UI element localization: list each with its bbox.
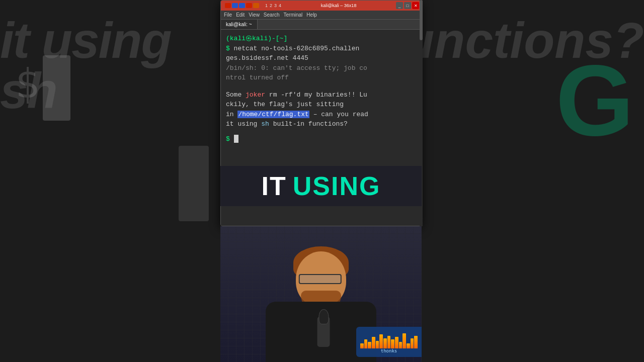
terminal-error-text-1: /bin/sh: 0: can't access tty; job co xyxy=(226,64,367,72)
terminal-msg-3a: in xyxy=(226,111,237,118)
terminal-message-line-4: it using sh built-in functions? xyxy=(226,119,416,129)
terminal-message-line-2: ckily, the flag's just sitting xyxy=(226,100,416,110)
chart-bar xyxy=(376,341,379,348)
presenter-head xyxy=(296,251,346,307)
chart-bar xyxy=(360,343,364,348)
microphone-head xyxy=(318,309,329,324)
bg-green-letter: G xyxy=(555,50,634,151)
terminal-title-text: kali@kali xyxy=(321,3,339,8)
terminal-path-highlight: /home/ctf/flag.txt xyxy=(237,111,309,118)
presenter-silhouette: thonks xyxy=(220,226,422,362)
bg-decoration-rect-2 xyxy=(179,146,209,221)
stream-chart xyxy=(358,331,420,348)
chart-bar xyxy=(364,339,368,348)
overlay-word-2: USING xyxy=(293,171,381,201)
terminal-command-line-2: ges.bsidessf.net 4445 xyxy=(226,53,416,63)
overlay-caption: IT USING xyxy=(220,166,422,206)
terminal-sh-word: sh xyxy=(261,120,269,128)
chart-bar xyxy=(368,342,371,348)
menu-view[interactable]: View xyxy=(249,12,260,18)
scrollbar-thumb[interactable] xyxy=(420,0,423,40)
chart-bar xyxy=(387,336,391,348)
terminal-tab-numbers: 1 2 3 4 xyxy=(265,3,281,8)
terminal-icon-5 xyxy=(253,3,259,8)
terminal-command-line: $ netcat no-tools-628c6895.challen xyxy=(226,44,416,54)
terminal-title-sep: – xyxy=(340,3,344,8)
close-button[interactable]: ✕ xyxy=(412,2,419,9)
tab-num-1: 1 xyxy=(265,3,268,8)
overlay-word-1: IT xyxy=(262,171,287,201)
terminal-icon-3 xyxy=(239,3,245,8)
terminal-msg-1a: Some xyxy=(226,91,246,99)
stream-label: thonks xyxy=(381,348,397,353)
terminal-joker-word: joker xyxy=(246,91,265,99)
chart-bar xyxy=(395,337,398,348)
webcam-area: thonks xyxy=(220,226,422,362)
terminal-error-line-1: /bin/sh: 0: can't access tty; job co xyxy=(226,63,416,73)
menu-search[interactable]: Search xyxy=(264,12,280,18)
bg-dollar-sign: $ xyxy=(15,60,39,107)
terminal-titlebar: 1 2 3 4 kali@kali – 36x18 _ □ ✕ xyxy=(221,1,421,11)
chart-bar xyxy=(379,334,383,348)
chart-bar xyxy=(391,339,394,348)
terminal-cursor xyxy=(234,135,238,143)
stream-stats-overlay: thonks xyxy=(356,327,422,357)
terminal-message-line-1: Some joker rm -rf'd my binaries!! Lu xyxy=(226,90,416,100)
chart-bar xyxy=(411,338,414,348)
terminal-menubar: File Edit View Search Terminal Help xyxy=(221,11,421,20)
terminal-message-line-3: in /home/ctf/flag.txt – can you read xyxy=(226,110,416,120)
chart-bar xyxy=(403,333,406,348)
terminal-error-line-2: ntrol turned off xyxy=(226,73,416,83)
chart-bar xyxy=(407,343,410,348)
menu-terminal[interactable]: Terminal xyxy=(284,12,303,18)
bg-decoration-rect-1 xyxy=(43,55,70,121)
terminal-tab-label: kali@kali: ~ xyxy=(226,22,252,27)
terminal-command-text: netcat no-tools-628c6895.challen xyxy=(234,45,360,52)
microphone-stand xyxy=(317,317,330,347)
chart-bar xyxy=(399,342,403,348)
maximize-button[interactable]: □ xyxy=(404,2,411,9)
minimize-button[interactable]: _ xyxy=(396,2,403,9)
menu-file[interactable]: File xyxy=(224,12,232,18)
terminal-icon-4 xyxy=(246,3,252,8)
terminal-window-buttons: _ □ ✕ xyxy=(396,2,419,9)
menu-edit[interactable]: Edit xyxy=(236,12,245,18)
terminal-icon-1 xyxy=(225,3,231,8)
terminal-blank-line xyxy=(226,83,416,90)
chart-bar xyxy=(372,337,375,348)
terminal-msg-1b: rm -rf'd my binaries!! Lu xyxy=(269,91,367,99)
terminal-msg-4a: it using xyxy=(226,120,261,128)
chart-bar xyxy=(414,336,418,348)
terminal-title: kali@kali – 36x18 xyxy=(282,3,395,8)
terminal-input-prompt: $ xyxy=(226,135,230,143)
terminal-msg-2: ckily, the flag's just sitting xyxy=(226,101,344,108)
terminal-tab-active[interactable]: kali@kali: ~ xyxy=(221,20,258,29)
terminal-input-line[interactable]: $ xyxy=(226,134,416,144)
tab-num-4: 4 xyxy=(279,3,281,8)
terminal-command-cont: ges.bsidessf.net 4445 xyxy=(226,54,308,62)
terminal-error-text-2: ntrol turned off xyxy=(226,74,289,81)
terminal-window-controls xyxy=(223,3,261,8)
tab-num-3: 3 xyxy=(274,3,277,8)
terminal-size-text: 36x18 xyxy=(344,3,357,8)
terminal-dollar-prompt: $ xyxy=(226,45,234,52)
menu-help[interactable]: Help xyxy=(306,12,317,18)
chart-bar xyxy=(383,338,387,348)
tab-num-2: 2 xyxy=(270,3,272,8)
terminal-blank-line-2 xyxy=(226,129,416,134)
terminal-msg-4b: built-in functions? xyxy=(273,120,348,128)
terminal-prompt-text: (kali㉿kali)-[~] xyxy=(226,35,287,42)
presenter-glasses xyxy=(299,274,342,284)
terminal-msg-3b: – can you read xyxy=(313,111,368,118)
terminal-icon-2 xyxy=(232,3,238,8)
terminal-prompt-line: (kali㉿kali)-[~] xyxy=(226,34,416,44)
terminal-tab-bar: kali@kali: ~ xyxy=(221,20,421,30)
